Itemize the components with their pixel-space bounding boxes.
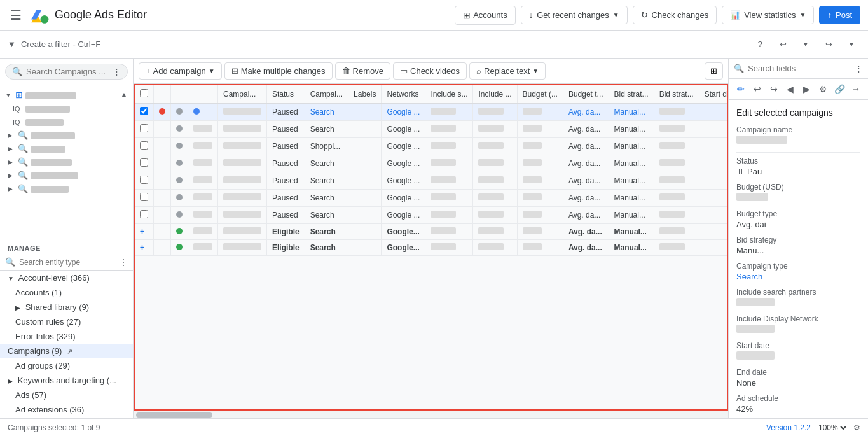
cell-checkbox[interactable] [135,172,154,190]
plus-button[interactable]: + [140,227,144,236]
cell-name[interactable] [218,190,267,207]
entity-keywords[interactable]: ▶ Keywords and targeting (... [0,373,133,388]
select-all-checkbox[interactable] [140,89,148,97]
field-search-input[interactable] [748,64,851,73]
col-budget-type[interactable]: Budget t... [563,85,609,104]
view-statistics-button[interactable]: 📊 View statistics ▼ [722,6,814,24]
field-value-start-date[interactable] [736,351,860,362]
more-icon[interactable]: ⋮ [119,257,128,267]
arrow-icon[interactable]: → [849,81,863,97]
add-campaign-button[interactable]: + Add campaign ▼ [139,62,222,80]
field-value-ad-schedule[interactable]: 42% [736,404,860,414]
entity-ad-extensions[interactable]: Ad extensions (36) [0,402,133,417]
row-checkbox[interactable] [140,193,148,201]
settings-gear-icon[interactable]: ⚙ [853,423,860,432]
settings-icon[interactable]: ⚙ [816,81,830,97]
entity-account-level[interactable]: ▼ Account-level (366) [0,271,133,285]
cell-name[interactable] [218,207,267,224]
cell-checkbox[interactable] [135,190,154,207]
accounts-button[interactable]: ⊞ Accounts [455,6,515,25]
grid-view-button[interactable]: ⊞ [705,62,723,80]
help-icon[interactable]: ? [751,36,769,53]
field-value-end-date[interactable]: None [736,378,860,388]
table-row[interactable]: + Eligible Search Google... [135,240,727,256]
cell-name[interactable] [218,138,267,155]
tree-item-3[interactable]: ▶ 🔍 [0,129,133,142]
tree-item-1[interactable]: IQ [0,102,133,115]
field-value-bid-strategy[interactable]: Manu... [736,246,860,255]
tree-item-5[interactable]: ▶ 🔍 [0,155,133,169]
entity-search-input[interactable] [19,258,115,267]
entity-campaigns[interactable]: Campaigns (9) ↗ [0,344,133,358]
check-videos-button[interactable]: ▭ Check videos [393,62,467,80]
expand-icon[interactable]: ▲ [120,90,128,99]
col-bid-strat1[interactable]: Bid strat... [609,85,654,104]
tree-item-4[interactable]: ▶ 🔍 [0,142,133,155]
cell-plus[interactable]: + [135,224,154,240]
undo-icon[interactable]: ↩ [750,81,764,97]
col-checkbox[interactable] [135,85,154,104]
table-row[interactable]: Paused Shoppi... Google ... Avg. da... M… [135,138,727,155]
col-labels[interactable]: Labels [348,85,382,104]
undo-caret-icon[interactable]: ▼ [797,36,815,53]
field-value-campaign-name[interactable] [736,136,860,146]
next-icon[interactable]: ▶ [800,81,814,97]
table-row[interactable]: Paused Search Google ... Avg. da... Manu… [135,121,727,138]
entity-accounts[interactable]: Accounts (1) [0,285,133,300]
table-row[interactable]: Paused Search Google ... Avg. da... Manu… [135,190,727,207]
more-icon[interactable]: ⋮ [113,67,121,76]
field-value-budget-type[interactable]: Avg. dai [736,220,860,229]
table-row[interactable]: Paused Search Google ... Avg. da... Manu… [135,207,727,224]
tree-item-2[interactable]: IQ [0,115,133,129]
redo-caret-icon[interactable]: ▼ [843,36,860,53]
plus-button[interactable]: + [140,243,144,252]
campaign-search-input[interactable] [26,67,109,76]
cell-name[interactable] [218,121,267,138]
row-checkbox[interactable] [140,158,148,167]
redo-icon[interactable]: ↪ [767,81,781,97]
field-value-include-display[interactable] [736,325,860,335]
check-changes-button[interactable]: ↻ Check changes [633,6,717,24]
tree-item-7[interactable]: ▶ 🔍 [0,182,133,195]
field-value-status[interactable]: ⏸ Pau [736,167,860,176]
campaign-search-box[interactable]: 🔍 ⋮ [5,64,128,80]
cell-checkbox[interactable] [135,104,154,121]
col-campaign-name[interactable]: Campai... [218,85,267,104]
make-multiple-changes-button[interactable]: ⊞ Make multiple changes [224,62,333,80]
col-include-display[interactable]: Include ... [473,85,517,104]
cell-name[interactable] [218,240,267,256]
right-search-box[interactable]: 🔍 ⋮ [729,59,868,79]
remove-button[interactable]: 🗑 Remove [335,62,390,80]
field-value-include-search[interactable] [736,298,860,308]
cell-name[interactable] [218,104,267,121]
cell-name[interactable] [218,155,267,172]
col-start-date[interactable]: Start date [699,85,727,104]
col-status[interactable]: Status [267,85,305,104]
entity-shared-library[interactable]: ▶ Shared library (9) [0,300,133,314]
replace-text-button[interactable]: ⌕ Replace text ▼ [469,62,546,80]
zoom-select[interactable]: 100% 75% 125% [816,423,848,433]
col-include-search[interactable]: Include s... [425,85,473,104]
link-icon[interactable]: 🔗 [832,81,846,97]
table-row[interactable]: Paused Search Google ... Avg. da... Manu… [135,104,727,121]
row-checkbox[interactable] [140,124,148,132]
cell-name[interactable] [218,172,267,190]
entity-custom-rules[interactable]: Custom rules (27) [0,314,133,329]
undo-icon[interactable]: ↩ [774,36,792,53]
cell-checkbox[interactable] [135,207,154,224]
edit-icon[interactable]: ✏ [734,81,748,97]
col-campaign-type[interactable]: Campai... [305,85,348,104]
scroll-thumb[interactable] [136,412,212,418]
entity-ad-groups[interactable]: Ad groups (29) [0,358,133,373]
table-row[interactable]: Paused Search Google ... Avg. da... Manu… [135,155,727,172]
hamburger-menu[interactable]: ☰ [8,5,24,25]
redo-icon[interactable]: ↪ [820,36,837,53]
cell-checkbox[interactable] [135,121,154,138]
entity-error-infos[interactable]: Error Infos (329) [0,329,133,344]
cell-name[interactable] [218,224,267,240]
col-budget[interactable]: Budget (... [517,85,563,104]
tree-root[interactable]: ▼ ⊞ ▲ [0,88,133,102]
field-value-campaign-type[interactable]: Search [736,272,860,281]
field-value-budget[interactable] [736,193,860,203]
tree-item-6[interactable]: ▶ 🔍 [0,169,133,182]
